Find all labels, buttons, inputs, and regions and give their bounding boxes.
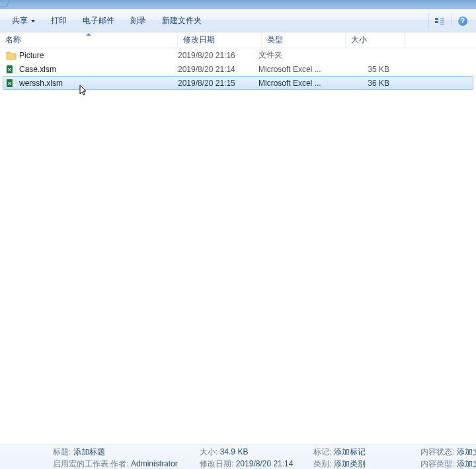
status-author-label: 启用宏的工作表 作者: (53, 459, 129, 468)
svg-rect-7 (13, 80, 16, 87)
svg-rect-2 (13, 66, 16, 73)
details-pane: 标题: 添加标题 启用宏的工作表 作者: Administrator 大小: 3… (0, 445, 476, 469)
folder-icon (6, 50, 17, 61)
header-size[interactable]: 大小 (346, 32, 405, 48)
status-date-value: 2019/8/20 21:14 (236, 459, 294, 468)
status-cat-value[interactable]: 添加类别 (334, 459, 366, 468)
file-type-cell: Microsoft Excel ... (256, 65, 337, 74)
file-date-cell: 2019/8/20 21:16 (175, 51, 256, 60)
status-title-label: 标题: (53, 447, 71, 456)
status-cstat-value[interactable]: 添加文本 (457, 447, 476, 456)
new-folder-label: 新建文件夹 (162, 15, 202, 26)
file-list: Picture2019/8/20 21:16文件夹XCase.xlsm2019/… (0, 48, 476, 90)
window-titlebar (0, 0, 476, 9)
print-label: 打印 (51, 15, 67, 26)
svg-text:X: X (8, 67, 12, 73)
share-menu[interactable]: 共享 (5, 13, 42, 29)
status-ctype-label: 内容类型: (420, 459, 454, 468)
help-icon: ? (458, 17, 467, 26)
view-mode-button[interactable] (428, 13, 450, 29)
header-date[interactable]: 修改日期 (178, 32, 262, 48)
file-date-cell: 2019/8/20 21:14 (175, 65, 256, 74)
excel-icon: X (6, 64, 17, 75)
excel-icon: X (6, 78, 17, 89)
file-size-cell: 35 KB (337, 65, 389, 74)
print-button[interactable]: 打印 (44, 13, 73, 29)
status-size-label: 大小: (200, 447, 218, 456)
share-label: 共享 (12, 15, 28, 26)
file-date-cell: 2019/8/20 21:15 (175, 79, 256, 88)
file-name-text: werssh.xlsm (19, 79, 63, 88)
file-type-cell: 文件夹 (256, 50, 337, 61)
status-author-value: Administrator (131, 459, 178, 468)
chevron-down-icon (31, 20, 35, 22)
status-size-value: 34.9 KB (220, 447, 249, 456)
file-name-cell: XCase.xlsm (3, 64, 175, 75)
header-type[interactable]: 类型 (262, 32, 346, 48)
status-tag-label: 标记: (313, 447, 331, 456)
new-folder-button[interactable]: 新建文件夹 (155, 13, 208, 29)
header-name[interactable]: 名称 (0, 32, 178, 48)
help-button[interactable]: ? (452, 13, 473, 29)
file-name-cell: Picture (3, 50, 175, 61)
file-name-cell: Xwerssh.xlsm (3, 78, 175, 89)
status-cat-label: 类别: (313, 459, 331, 468)
file-row[interactable]: XCase.xlsm2019/8/20 21:14Microsoft Excel… (3, 62, 473, 76)
file-row[interactable]: Picture2019/8/20 21:16文件夹 (3, 48, 473, 62)
burn-label: 刻录 (130, 15, 146, 26)
file-name-text: Picture (19, 51, 44, 60)
view-mode-icon (434, 17, 446, 26)
email-button[interactable]: 电子邮件 (76, 13, 121, 29)
status-date-label: 修改日期: (200, 459, 233, 468)
status-tag-value[interactable]: 添加标记 (334, 447, 366, 456)
burn-button[interactable]: 刻录 (124, 13, 153, 29)
sort-ascending-icon (86, 33, 91, 36)
column-headers: 名称 修改日期 类型 大小 (0, 32, 476, 48)
status-title-value[interactable]: 添加标题 (73, 447, 105, 456)
file-size-cell: 36 KB (337, 79, 389, 88)
svg-text:X: X (8, 81, 12, 87)
file-row[interactable]: Xwerssh.xlsm2019/8/20 21:15Microsoft Exc… (3, 76, 473, 90)
status-ctype-value[interactable]: 添加文本 (457, 459, 476, 468)
command-bar: 共享 打印 电子邮件 刻录 新建文件夹 ? (0, 9, 476, 32)
status-cstat-label: 内容状态: (420, 447, 454, 456)
file-type-cell: Microsoft Excel ... (256, 79, 337, 88)
header-name-label: 名称 (5, 34, 21, 46)
file-name-text: Case.xlsm (19, 65, 56, 74)
header-size-label: 大小 (351, 34, 367, 46)
header-type-label: 类型 (267, 34, 283, 46)
header-date-label: 修改日期 (183, 34, 215, 46)
email-label: 电子邮件 (83, 15, 114, 26)
